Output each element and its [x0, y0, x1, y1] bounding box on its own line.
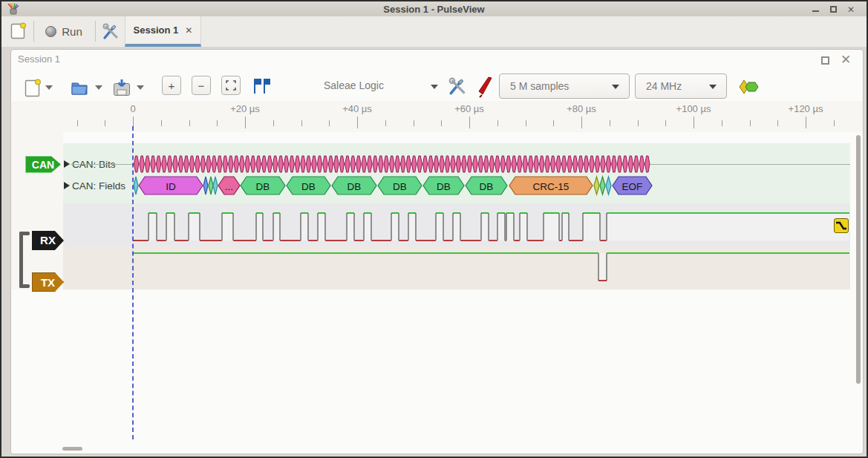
- can-bit-annotation: [523, 156, 527, 172]
- can-bit-annotation: [572, 156, 577, 172]
- can-bit-annotation: [379, 156, 383, 172]
- can-bit-annotation: [245, 156, 249, 172]
- rx-pulse-fill: [607, 213, 849, 241]
- can-bit-annotation: [167, 156, 172, 172]
- vertical-scrollbar[interactable]: [856, 135, 861, 384]
- can-bit-annotation: [395, 156, 399, 172]
- trace-canvas: ID...DBDBDBDBDBDBCRC-15EOF: [0, 0, 868, 458]
- rx-pulse-fill: [481, 213, 489, 241]
- rx-pulse-fill: [544, 213, 559, 241]
- can-bit-annotation: [312, 156, 316, 172]
- can-bit-annotation: [417, 156, 422, 172]
- can-bit-annotation: [462, 156, 466, 172]
- can-field-label: DB: [393, 181, 407, 192]
- can-bit-annotation: [612, 156, 616, 172]
- can-bit-annotation: [518, 156, 522, 172]
- can-bit-annotation: [412, 156, 417, 172]
- can-field-label: DB: [301, 181, 316, 192]
- can-bit-annotation: [545, 156, 549, 172]
- can-bit-annotation: [428, 156, 433, 172]
- can-bit-annotation: [556, 156, 561, 172]
- can-bit-annotation: [606, 156, 610, 172]
- can-bit-annotation: [567, 156, 572, 172]
- can-bit-annotation: [334, 156, 339, 172]
- rx-pulse-fill: [189, 213, 200, 241]
- can-bit-annotation: [145, 156, 149, 172]
- can-field-annotation: [213, 177, 218, 194]
- can-bit-annotation: [590, 156, 594, 172]
- can-bit-annotation: [218, 156, 222, 172]
- can-bit-annotation: [368, 156, 372, 172]
- rx-pulse-fill: [166, 213, 174, 241]
- rx-pulse-fill: [453, 213, 460, 241]
- rx-pulse-fill: [391, 213, 399, 241]
- can-bit-annotation: [512, 156, 516, 172]
- can-field-annotation: [203, 177, 208, 194]
- can-bit-annotation: [451, 156, 455, 172]
- can-bit-annotation: [278, 156, 283, 172]
- can-bit-annotation: [223, 156, 227, 172]
- rx-pulse-fill: [408, 213, 416, 241]
- can-bit-annotation: [506, 156, 511, 172]
- can-bit-annotation: [406, 156, 411, 172]
- rx-pulse-fill: [364, 213, 371, 241]
- time-cursor[interactable]: [132, 126, 134, 439]
- can-bit-annotation: [373, 156, 377, 172]
- rx-pulse-fill: [301, 213, 308, 241]
- can-bit-annotation: [578, 156, 583, 172]
- can-bit-annotation: [212, 156, 216, 172]
- can-bit-annotation: [295, 156, 299, 172]
- can-bit-annotation: [422, 156, 427, 172]
- can-bit-annotation: [595, 156, 599, 172]
- can-bit-annotation: [273, 156, 278, 172]
- can-bit-annotation: [251, 156, 255, 172]
- can-bit-annotation: [290, 156, 294, 172]
- can-bit-annotation: [623, 156, 627, 172]
- can-bit-annotation: [628, 156, 633, 172]
- can-bit-annotation: [317, 156, 322, 172]
- can-bit-annotation: [495, 156, 500, 172]
- can-bit-annotation: [601, 156, 605, 172]
- can-field-annotation: [209, 177, 213, 194]
- can-bit-annotation: [200, 156, 205, 172]
- can-bit-annotation: [384, 156, 388, 172]
- rx-pulse-fill: [520, 213, 527, 241]
- rx-pulse-fill: [273, 213, 280, 241]
- can-bit-annotation: [362, 156, 366, 172]
- can-bit-annotation: [189, 156, 194, 172]
- can-field-label: DB: [480, 181, 494, 192]
- can-bit-annotation: [323, 156, 327, 172]
- can-bit-annotation: [234, 156, 238, 172]
- can-bit-annotation: [173, 156, 177, 172]
- rx-pulse-fill: [562, 213, 569, 241]
- can-bit-annotation: [339, 156, 344, 172]
- can-bit-annotation: [634, 156, 639, 172]
- can-bit-annotation: [306, 156, 310, 172]
- can-bit-annotation: [328, 156, 333, 172]
- rx-pulse-fill: [436, 213, 443, 241]
- can-bit-annotation: [500, 156, 505, 172]
- can-field-label: ID: [166, 181, 176, 192]
- rx-pulse-fill: [149, 213, 157, 241]
- can-field-annotation: [606, 177, 611, 194]
- can-field-annotation: [594, 177, 599, 194]
- rx-pulse-fill: [506, 213, 514, 241]
- rx-pulse-fill: [347, 213, 354, 241]
- can-bit-annotation: [206, 156, 211, 172]
- can-bit-annotation: [645, 156, 650, 172]
- can-bit-annotation: [445, 156, 449, 172]
- can-bit-annotation: [195, 156, 200, 172]
- can-bit-annotation: [345, 156, 350, 172]
- can-bit-annotation: [584, 156, 588, 172]
- tx-pulse-fill: [598, 253, 607, 281]
- can-bit-annotation: [134, 156, 139, 172]
- can-bit-annotation: [534, 156, 538, 172]
- can-field-label: CRC-15: [533, 181, 570, 192]
- can-bit-annotation: [561, 156, 566, 172]
- horizontal-scrollbar[interactable]: [62, 447, 82, 451]
- can-bit-annotation: [478, 156, 483, 172]
- can-bit-annotation: [401, 156, 405, 172]
- can-bit-annotation: [262, 156, 267, 172]
- trigger-falling-edge-icon[interactable]: [834, 218, 849, 233]
- rx-pulse-fill: [583, 213, 600, 241]
